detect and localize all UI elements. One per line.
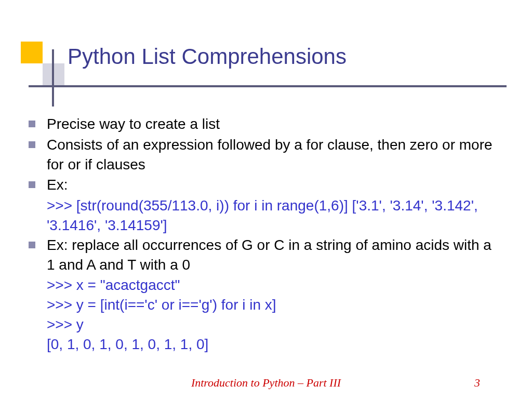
- decorative-square-yellow: [21, 42, 43, 63]
- footer-title: Introduction to Python – Part III: [191, 376, 341, 390]
- list-item: Ex: replace all occurrences of G or C in…: [29, 235, 501, 275]
- code-line: >>> y = [int(i=='c' or i=='g') for i in …: [47, 295, 501, 315]
- code-output: [0, 1, 0, 1, 0, 1, 0, 1, 1, 0]: [47, 335, 501, 354]
- list-item: Ex:: [29, 175, 501, 195]
- page-number: 3: [474, 376, 480, 390]
- slide-footer: Introduction to Python – Part III 3: [0, 376, 532, 390]
- bullet-icon: [29, 121, 35, 127]
- slide-title: Python List Comprehensions: [68, 44, 347, 69]
- code-example: >>> [str(round(355/113.0, i)) for i in r…: [47, 196, 501, 235]
- list-item-text: Ex: replace all occurrences of G or C in…: [47, 235, 501, 275]
- bullet-icon: [29, 141, 35, 148]
- code-line: >>> y: [47, 315, 501, 335]
- bullet-icon: [29, 181, 35, 188]
- list-item: Precise way to create a list: [29, 114, 501, 134]
- slide-header: Python List Comprehensions: [0, 0, 532, 104]
- horizontal-divider: [29, 85, 507, 87]
- vertical-divider: [52, 49, 54, 107]
- list-item: Consists of an expression followed by a …: [29, 135, 501, 175]
- list-item-text: Ex:: [47, 175, 68, 195]
- list-item-text: Consists of an expression followed by a …: [47, 135, 501, 175]
- list-item-text: Precise way to create a list: [47, 114, 220, 134]
- code-line: >>> x = "acactgacct": [47, 275, 501, 295]
- slide-content: Precise way to create a list Consists of…: [29, 114, 501, 354]
- bullet-icon: [29, 242, 35, 248]
